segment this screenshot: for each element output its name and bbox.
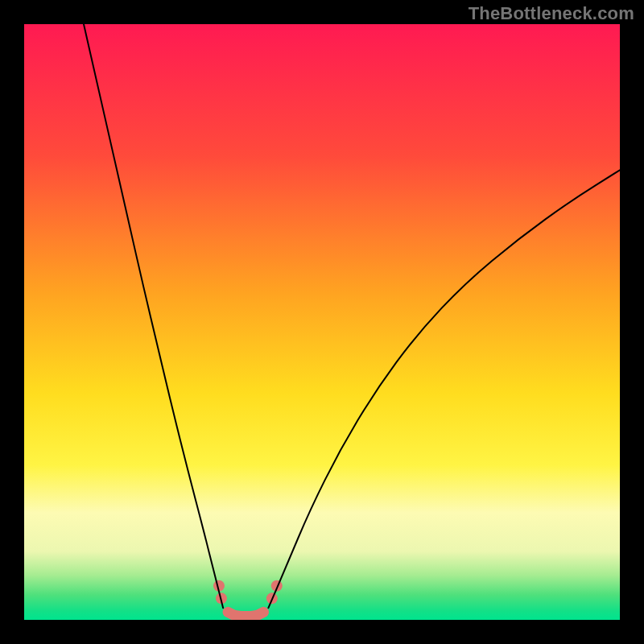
chart-area <box>24 24 620 620</box>
watermark-text: TheBottleneck.com <box>469 3 634 24</box>
gradient-background <box>24 24 620 620</box>
outer-frame: TheBottleneck.com <box>0 0 644 644</box>
chart-svg <box>24 24 620 620</box>
series-valley-floor <box>228 612 263 616</box>
